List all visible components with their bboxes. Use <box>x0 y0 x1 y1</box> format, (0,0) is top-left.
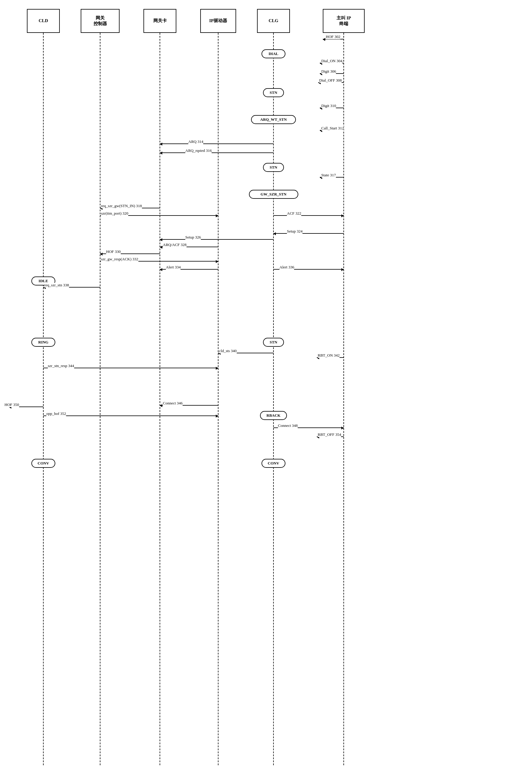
msg-label-arq314: ARQ 314 <box>188 139 203 144</box>
state-conv1: CONV <box>31 459 55 468</box>
msg-label-arq_acf328: ARQ/ACF 328 <box>163 242 186 247</box>
msg-line-opp_hof352 <box>43 415 218 416</box>
msg-line-setup326 <box>160 239 273 240</box>
state-stn2: STN <box>263 163 284 172</box>
msg-label-connect348: Connect 348 <box>278 423 298 428</box>
msg-label-opp_hof352: opp_hof 352 <box>46 411 66 416</box>
msg-label-state317: State 317 <box>321 173 336 178</box>
lifeline-gwc <box>100 33 100 765</box>
state-arq_wt_stn: ARQ_WT_STN <box>251 115 296 124</box>
state-stn3: STN <box>263 338 284 347</box>
lifeline-ipt <box>343 33 344 765</box>
msg-label-connect346: Connect 346 <box>163 401 183 406</box>
msg-label-rbt_on342: RBT_ON 342 <box>318 353 340 358</box>
msg-label-szr_stn_resp344: szr_stn_resp 344 <box>48 363 74 368</box>
msg-label-req_szr_stn338: req_szr_stn 338 <box>44 283 69 288</box>
msg-label-arq_rqsted316: ARQ_rqsted 316 <box>185 148 212 153</box>
msg-label-dial_off308: Dial_OFF 308 <box>319 78 342 83</box>
msg-label-setup326: Setup 326 <box>185 235 201 240</box>
msg-line-setup324 <box>273 233 344 234</box>
msg-label-szr_gw_resp332: szr_gw_resp(ACK) 332 <box>101 257 138 262</box>
msg-label-digit306: Digit 306 <box>321 69 336 74</box>
msg-label-hof330: HOF 330 <box>106 249 121 254</box>
state-stn1: STN <box>263 88 284 97</box>
state-ring: RING <box>31 338 55 347</box>
msg-label-req_szr_gw318: req_szr_gw(STN_IN) 318 <box>101 204 142 208</box>
lifeline-header-clg: CLG <box>257 9 290 33</box>
msg-label-acf322: ACF 322 <box>287 211 301 216</box>
msg-label-digit310: Digit 310 <box>321 103 336 108</box>
lifeline-header-ipt: 主叫 IP 终端 <box>323 9 365 33</box>
msg-label-alert336: Alert 336 <box>279 265 294 270</box>
lifeline-clg <box>273 33 274 765</box>
msg-label-hof350: HOF 350 <box>4 402 19 407</box>
msg-line-acf322 <box>273 215 344 216</box>
msg-line-arq314 <box>160 143 273 144</box>
state-dial: DIAL <box>262 49 285 58</box>
msg-label-szr_itm_port320: szr(itm_port) 320 <box>101 211 128 216</box>
msg-line-arq_rqsted316 <box>160 152 273 153</box>
lifeline-ipd <box>218 33 218 765</box>
lifeline-header-cld: CLD <box>27 9 60 33</box>
msg-label-rbt_off354: RBT_OFF 354 <box>318 432 341 437</box>
msg-label-call_start312: Call_Start 312 <box>321 126 344 131</box>
lifeline-header-gwk: 网关卡 <box>143 9 176 33</box>
state-conv2: CONV <box>262 459 285 468</box>
state-rback: RBACK <box>260 411 287 420</box>
msg-label-dial_on304: Dial_ON 304 <box>321 59 342 63</box>
msg-label-alert334: Alert 334 <box>166 265 181 270</box>
msg-label-hof302: HOF 302 <box>326 34 340 39</box>
sequence-diagram: CLD网关 控制器网关卡IP驱动器CLG主叫 IP 终端DIALSTNARQ_W… <box>0 0 532 770</box>
state-gw_szr_stn: GW_SZR_STN <box>249 190 298 199</box>
lifeline-cld <box>43 33 44 765</box>
lifeline-header-gwc: 网关 控制器 <box>81 9 120 33</box>
msg-label-setup324: Setup 324 <box>287 229 302 234</box>
msg-label-cld_sts340: cld_sts 340 <box>219 349 237 353</box>
lifeline-header-ipd: IP驱动器 <box>200 9 236 33</box>
